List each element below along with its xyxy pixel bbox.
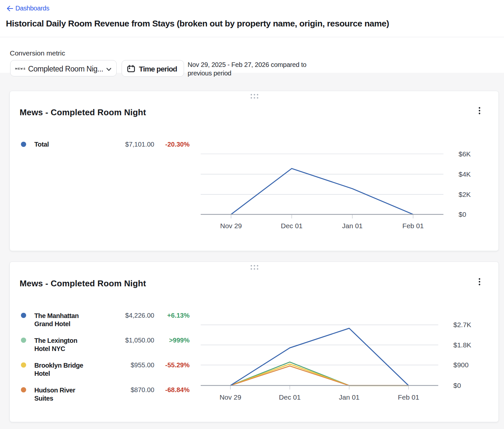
svg-text:$900: $900: [453, 361, 469, 369]
svg-text:$2K: $2K: [459, 191, 471, 198]
svg-text:$6K: $6K: [459, 150, 471, 158]
svg-text:$1.8K: $1.8K: [453, 341, 471, 349]
svg-text:Nov 29: Nov 29: [220, 393, 242, 401]
svg-text:$0: $0: [453, 382, 461, 389]
svg-text:Jan 01: Jan 01: [342, 222, 362, 230]
svg-text:Jan 01: Jan 01: [339, 393, 360, 401]
svg-text:Feb 01: Feb 01: [402, 222, 424, 230]
svg-text:$0: $0: [459, 211, 466, 218]
svg-text:Nov 29: Nov 29: [220, 222, 242, 230]
svg-text:Dec 01: Dec 01: [281, 222, 303, 230]
svg-text:Feb 01: Feb 01: [398, 393, 419, 401]
svg-text:Dec 01: Dec 01: [279, 393, 301, 401]
svg-text:$4K: $4K: [459, 170, 471, 178]
svg-text:$2.7K: $2.7K: [453, 321, 471, 328]
